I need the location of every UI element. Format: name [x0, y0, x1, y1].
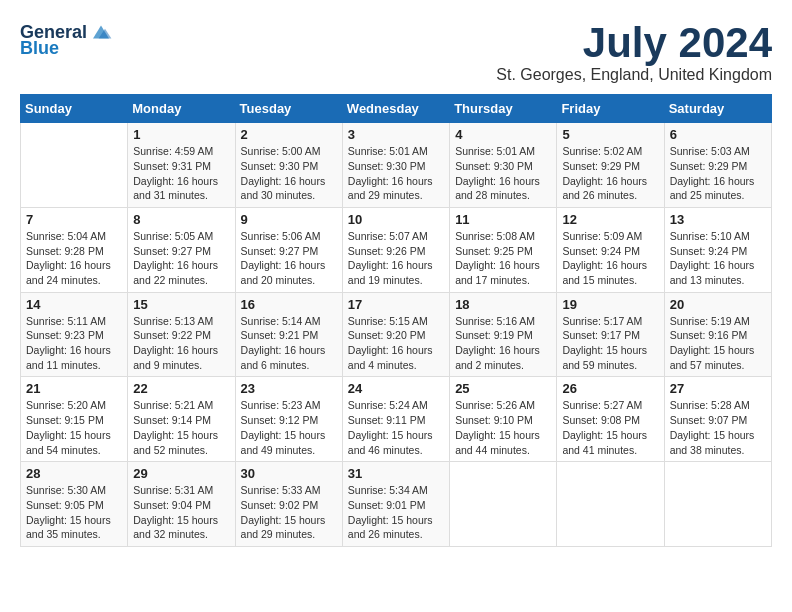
calendar-day-cell: 4Sunrise: 5:01 AMSunset: 9:30 PMDaylight… — [450, 123, 557, 208]
location-title: St. Georges, England, United Kingdom — [496, 66, 772, 84]
day-info: Sunrise: 5:14 AMSunset: 9:21 PMDaylight:… — [241, 314, 337, 373]
day-number: 20 — [670, 297, 766, 312]
calendar-week-row: 28Sunrise: 5:30 AMSunset: 9:05 PMDayligh… — [21, 462, 772, 547]
day-number: 29 — [133, 466, 229, 481]
calendar-day-cell: 8Sunrise: 5:05 AMSunset: 9:27 PMDaylight… — [128, 207, 235, 292]
calendar-day-cell — [664, 462, 771, 547]
logo: General Blue — [20, 20, 113, 59]
day-number: 14 — [26, 297, 122, 312]
day-number: 8 — [133, 212, 229, 227]
day-number: 23 — [241, 381, 337, 396]
day-number: 21 — [26, 381, 122, 396]
col-thursday: Thursday — [450, 95, 557, 123]
calendar-day-cell: 30Sunrise: 5:33 AMSunset: 9:02 PMDayligh… — [235, 462, 342, 547]
day-number: 19 — [562, 297, 658, 312]
day-number: 27 — [670, 381, 766, 396]
calendar-day-cell: 27Sunrise: 5:28 AMSunset: 9:07 PMDayligh… — [664, 377, 771, 462]
col-monday: Monday — [128, 95, 235, 123]
day-info: Sunrise: 5:16 AMSunset: 9:19 PMDaylight:… — [455, 314, 551, 373]
day-number: 10 — [348, 212, 444, 227]
calendar-day-cell: 31Sunrise: 5:34 AMSunset: 9:01 PMDayligh… — [342, 462, 449, 547]
day-number: 13 — [670, 212, 766, 227]
calendar-day-cell: 15Sunrise: 5:13 AMSunset: 9:22 PMDayligh… — [128, 292, 235, 377]
day-info: Sunrise: 5:08 AMSunset: 9:25 PMDaylight:… — [455, 229, 551, 288]
calendar-day-cell: 11Sunrise: 5:08 AMSunset: 9:25 PMDayligh… — [450, 207, 557, 292]
day-info: Sunrise: 5:10 AMSunset: 9:24 PMDaylight:… — [670, 229, 766, 288]
col-saturday: Saturday — [664, 95, 771, 123]
calendar-day-cell: 1Sunrise: 4:59 AMSunset: 9:31 PMDaylight… — [128, 123, 235, 208]
calendar-day-cell: 3Sunrise: 5:01 AMSunset: 9:30 PMDaylight… — [342, 123, 449, 208]
day-info: Sunrise: 4:59 AMSunset: 9:31 PMDaylight:… — [133, 144, 229, 203]
day-number: 24 — [348, 381, 444, 396]
day-info: Sunrise: 5:00 AMSunset: 9:30 PMDaylight:… — [241, 144, 337, 203]
day-number: 7 — [26, 212, 122, 227]
calendar-day-cell: 10Sunrise: 5:07 AMSunset: 9:26 PMDayligh… — [342, 207, 449, 292]
day-info: Sunrise: 5:17 AMSunset: 9:17 PMDaylight:… — [562, 314, 658, 373]
day-info: Sunrise: 5:07 AMSunset: 9:26 PMDaylight:… — [348, 229, 444, 288]
day-number: 4 — [455, 127, 551, 142]
calendar-day-cell: 19Sunrise: 5:17 AMSunset: 9:17 PMDayligh… — [557, 292, 664, 377]
day-info: Sunrise: 5:03 AMSunset: 9:29 PMDaylight:… — [670, 144, 766, 203]
day-info: Sunrise: 5:23 AMSunset: 9:12 PMDaylight:… — [241, 398, 337, 457]
calendar-day-cell: 12Sunrise: 5:09 AMSunset: 9:24 PMDayligh… — [557, 207, 664, 292]
calendar-day-cell: 23Sunrise: 5:23 AMSunset: 9:12 PMDayligh… — [235, 377, 342, 462]
day-info: Sunrise: 5:31 AMSunset: 9:04 PMDaylight:… — [133, 483, 229, 542]
calendar-header-row: Sunday Monday Tuesday Wednesday Thursday… — [21, 95, 772, 123]
calendar-week-row: 1Sunrise: 4:59 AMSunset: 9:31 PMDaylight… — [21, 123, 772, 208]
calendar-week-row: 21Sunrise: 5:20 AMSunset: 9:15 PMDayligh… — [21, 377, 772, 462]
calendar-day-cell: 21Sunrise: 5:20 AMSunset: 9:15 PMDayligh… — [21, 377, 128, 462]
calendar-day-cell — [557, 462, 664, 547]
day-info: Sunrise: 5:09 AMSunset: 9:24 PMDaylight:… — [562, 229, 658, 288]
day-number: 5 — [562, 127, 658, 142]
day-number: 16 — [241, 297, 337, 312]
day-number: 25 — [455, 381, 551, 396]
day-info: Sunrise: 5:34 AMSunset: 9:01 PMDaylight:… — [348, 483, 444, 542]
day-number: 17 — [348, 297, 444, 312]
day-info: Sunrise: 5:11 AMSunset: 9:23 PMDaylight:… — [26, 314, 122, 373]
day-info: Sunrise: 5:15 AMSunset: 9:20 PMDaylight:… — [348, 314, 444, 373]
col-wednesday: Wednesday — [342, 95, 449, 123]
calendar-day-cell: 26Sunrise: 5:27 AMSunset: 9:08 PMDayligh… — [557, 377, 664, 462]
day-info: Sunrise: 5:28 AMSunset: 9:07 PMDaylight:… — [670, 398, 766, 457]
day-number: 28 — [26, 466, 122, 481]
calendar-day-cell: 13Sunrise: 5:10 AMSunset: 9:24 PMDayligh… — [664, 207, 771, 292]
day-number: 15 — [133, 297, 229, 312]
calendar-day-cell: 28Sunrise: 5:30 AMSunset: 9:05 PMDayligh… — [21, 462, 128, 547]
day-number: 3 — [348, 127, 444, 142]
day-info: Sunrise: 5:06 AMSunset: 9:27 PMDaylight:… — [241, 229, 337, 288]
calendar-day-cell: 24Sunrise: 5:24 AMSunset: 9:11 PMDayligh… — [342, 377, 449, 462]
day-info: Sunrise: 5:20 AMSunset: 9:15 PMDaylight:… — [26, 398, 122, 457]
calendar-day-cell — [450, 462, 557, 547]
title-area: July 2024 St. Georges, England, United K… — [496, 20, 772, 84]
day-info: Sunrise: 5:01 AMSunset: 9:30 PMDaylight:… — [455, 144, 551, 203]
col-friday: Friday — [557, 95, 664, 123]
calendar-day-cell: 6Sunrise: 5:03 AMSunset: 9:29 PMDaylight… — [664, 123, 771, 208]
day-info: Sunrise: 5:04 AMSunset: 9:28 PMDaylight:… — [26, 229, 122, 288]
calendar-day-cell — [21, 123, 128, 208]
calendar-day-cell: 16Sunrise: 5:14 AMSunset: 9:21 PMDayligh… — [235, 292, 342, 377]
day-number: 12 — [562, 212, 658, 227]
day-number: 11 — [455, 212, 551, 227]
day-number: 26 — [562, 381, 658, 396]
day-info: Sunrise: 5:21 AMSunset: 9:14 PMDaylight:… — [133, 398, 229, 457]
day-info: Sunrise: 5:30 AMSunset: 9:05 PMDaylight:… — [26, 483, 122, 542]
day-number: 18 — [455, 297, 551, 312]
day-number: 9 — [241, 212, 337, 227]
day-info: Sunrise: 5:13 AMSunset: 9:22 PMDaylight:… — [133, 314, 229, 373]
day-number: 30 — [241, 466, 337, 481]
calendar-day-cell: 5Sunrise: 5:02 AMSunset: 9:29 PMDaylight… — [557, 123, 664, 208]
calendar-day-cell: 29Sunrise: 5:31 AMSunset: 9:04 PMDayligh… — [128, 462, 235, 547]
day-number: 31 — [348, 466, 444, 481]
day-info: Sunrise: 5:01 AMSunset: 9:30 PMDaylight:… — [348, 144, 444, 203]
calendar-week-row: 14Sunrise: 5:11 AMSunset: 9:23 PMDayligh… — [21, 292, 772, 377]
calendar-day-cell: 9Sunrise: 5:06 AMSunset: 9:27 PMDaylight… — [235, 207, 342, 292]
calendar-day-cell: 20Sunrise: 5:19 AMSunset: 9:16 PMDayligh… — [664, 292, 771, 377]
calendar-day-cell: 22Sunrise: 5:21 AMSunset: 9:14 PMDayligh… — [128, 377, 235, 462]
calendar-week-row: 7Sunrise: 5:04 AMSunset: 9:28 PMDaylight… — [21, 207, 772, 292]
calendar-day-cell: 18Sunrise: 5:16 AMSunset: 9:19 PMDayligh… — [450, 292, 557, 377]
col-tuesday: Tuesday — [235, 95, 342, 123]
day-number: 22 — [133, 381, 229, 396]
calendar-day-cell: 14Sunrise: 5:11 AMSunset: 9:23 PMDayligh… — [21, 292, 128, 377]
day-info: Sunrise: 5:33 AMSunset: 9:02 PMDaylight:… — [241, 483, 337, 542]
day-number: 2 — [241, 127, 337, 142]
